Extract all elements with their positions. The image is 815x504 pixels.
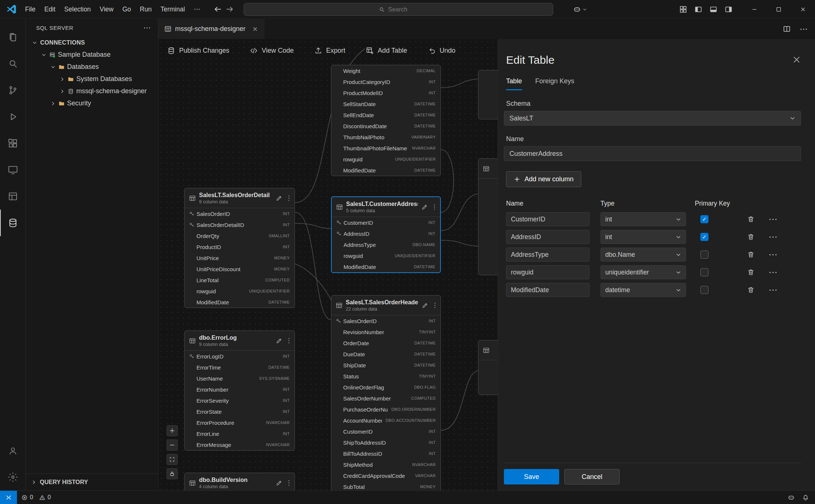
- tab-close-icon[interactable]: [252, 26, 258, 32]
- schema-designer-icon[interactable]: [0, 210, 25, 236]
- column-more-icon[interactable]: ⋯: [766, 232, 785, 242]
- column-name-input[interactable]: [506, 212, 589, 226]
- remote-explorer-icon[interactable]: [0, 157, 25, 183]
- toggle-sidebar-icon[interactable]: [694, 6, 702, 13]
- tree-item-mssql-schema-designer[interactable]: mssql-schema-designer: [26, 85, 158, 97]
- primary-key-checkbox[interactable]: ✓: [700, 215, 708, 223]
- delete-column-icon[interactable]: [744, 216, 766, 223]
- cancel-button[interactable]: Cancel: [564, 469, 620, 484]
- query-history-section[interactable]: QUERY HISTORY: [26, 473, 158, 490]
- forward-arrow-icon[interactable]: [226, 5, 234, 13]
- menu-terminal[interactable]: Terminal: [156, 3, 189, 15]
- table-more-icon[interactable]: ⋮: [286, 479, 291, 487]
- add-new-column-button[interactable]: Add new column: [506, 171, 581, 187]
- zoom-fit-button[interactable]: [167, 454, 178, 465]
- tree-item-databases[interactable]: Databases: [26, 61, 158, 73]
- table-designer-icon[interactable]: [0, 183, 25, 210]
- settings-icon[interactable]: [0, 464, 25, 490]
- column-name-input[interactable]: [506, 283, 589, 297]
- column-type-select[interactable]: dbo.Name: [600, 248, 686, 262]
- primary-key-checkbox[interactable]: [700, 286, 708, 294]
- table-more-icon[interactable]: ⋮: [286, 337, 291, 344]
- menu-edit[interactable]: Edit: [40, 3, 60, 15]
- split-editor-icon[interactable]: [783, 25, 791, 33]
- column-type-select[interactable]: int: [600, 212, 686, 226]
- problems-status[interactable]: 0 0: [21, 494, 51, 501]
- maximize-button[interactable]: [766, 0, 791, 18]
- menu-more[interactable]: ⋯: [189, 3, 205, 15]
- schema-select[interactable]: SalesLT: [504, 111, 801, 126]
- tab-mssql-schema-designer[interactable]: mssql-schema-designer: [159, 19, 264, 39]
- table-node-sales-order-header[interactable]: SalesLT.SalesOrderHeader22 column data⋮S…: [331, 295, 441, 490]
- sidebar-more-icon[interactable]: ⋯: [143, 23, 151, 32]
- search-icon[interactable]: [0, 50, 25, 77]
- tab-table[interactable]: Table: [506, 77, 522, 90]
- search-input[interactable]: [388, 6, 418, 13]
- delete-column-icon[interactable]: [744, 269, 766, 276]
- edit-table-icon[interactable]: [276, 195, 282, 202]
- editor-more-icon[interactable]: ⋯: [800, 24, 808, 34]
- explorer-icon[interactable]: [0, 24, 25, 50]
- column-name-input[interactable]: [506, 265, 589, 279]
- table-more-icon[interactable]: ⋮: [431, 203, 436, 211]
- view-code-button[interactable]: View Code: [250, 47, 294, 55]
- run-debug-icon[interactable]: [0, 104, 25, 130]
- clipped-table-node[interactable]: [478, 70, 499, 119]
- menu-view[interactable]: View: [95, 3, 118, 15]
- zoom-out-button[interactable]: [167, 440, 178, 451]
- lock-canvas-button[interactable]: [167, 468, 178, 479]
- table-node-sales-order-detail[interactable]: SalesLT.SalesOrderDetail9 column data⋮Sa…: [184, 188, 295, 308]
- notifications-bell-icon[interactable]: [802, 494, 809, 501]
- column-name-input[interactable]: [506, 248, 589, 262]
- column-more-icon[interactable]: ⋯: [766, 285, 785, 295]
- column-type-select[interactable]: uniqueidentifier: [600, 265, 686, 279]
- table-node-product[interactable]: WeightDECIMALProductCategoryIDINTProduct…: [331, 65, 441, 176]
- extensions-icon[interactable]: [0, 130, 25, 157]
- edit-table-icon[interactable]: [276, 480, 282, 486]
- tab-foreign-keys[interactable]: Foreign Keys: [535, 77, 574, 90]
- column-more-icon[interactable]: ⋯: [766, 214, 785, 224]
- menu-run[interactable]: Run: [135, 3, 156, 15]
- tree-item-security[interactable]: Security: [26, 97, 158, 109]
- delete-column-icon[interactable]: [744, 251, 766, 258]
- back-arrow-icon[interactable]: [214, 5, 222, 13]
- remote-indicator[interactable]: [0, 491, 17, 504]
- copilot-status-icon[interactable]: [788, 494, 795, 501]
- column-type-select[interactable]: int: [600, 230, 686, 244]
- save-button[interactable]: Save: [504, 469, 559, 484]
- zoom-in-button[interactable]: [167, 425, 178, 436]
- table-more-icon[interactable]: ⋮: [286, 194, 291, 202]
- toggle-secondary-sidebar-icon[interactable]: [725, 6, 732, 13]
- column-type-select[interactable]: datetime: [600, 283, 686, 297]
- add-table-button[interactable]: Add Table: [366, 47, 407, 55]
- table-node-customer-address[interactable]: SalesLT.CustomerAddress5 column data⋮Cus…: [331, 196, 441, 273]
- edit-table-icon[interactable]: [422, 302, 428, 309]
- menu-selection[interactable]: Selection: [60, 3, 95, 15]
- primary-key-checkbox[interactable]: [700, 251, 708, 259]
- minimize-button[interactable]: [742, 0, 766, 18]
- table-more-icon[interactable]: ⋮: [432, 301, 437, 309]
- account-icon[interactable]: [0, 437, 25, 464]
- primary-key-checkbox[interactable]: ✓: [700, 233, 708, 241]
- command-center-search[interactable]: [243, 3, 553, 16]
- table-name-input[interactable]: [504, 146, 801, 161]
- edit-table-icon[interactable]: [276, 337, 282, 344]
- undo-button[interactable]: Undo: [428, 47, 456, 55]
- table-node-build-version[interactable]: dbo.BuildVersion4 column data⋮: [184, 473, 295, 490]
- toggle-panel-icon[interactable]: [710, 6, 717, 13]
- menu-go[interactable]: Go: [118, 3, 135, 15]
- delete-column-icon[interactable]: [744, 286, 766, 294]
- customize-layout-icon[interactable]: [679, 6, 687, 13]
- table-node-error-log[interactable]: dbo.ErrorLog9 column data⋮ErrorLogIDINTE…: [184, 330, 295, 451]
- export-button[interactable]: Export: [314, 47, 345, 55]
- tree-item-connections[interactable]: CONNECTIONS: [26, 36, 158, 49]
- publish-changes-button[interactable]: Publish Changes: [167, 47, 229, 55]
- menu-file[interactable]: File: [21, 3, 40, 15]
- edit-table-icon[interactable]: [421, 204, 428, 210]
- delete-column-icon[interactable]: [744, 233, 766, 241]
- clipped-table-node[interactable]: [478, 158, 499, 275]
- column-more-icon[interactable]: ⋯: [766, 249, 785, 260]
- source-control-icon[interactable]: [0, 77, 25, 104]
- tree-item-sample-database[interactable]: Sample Database: [26, 49, 158, 61]
- clipped-table-node[interactable]: [478, 340, 499, 395]
